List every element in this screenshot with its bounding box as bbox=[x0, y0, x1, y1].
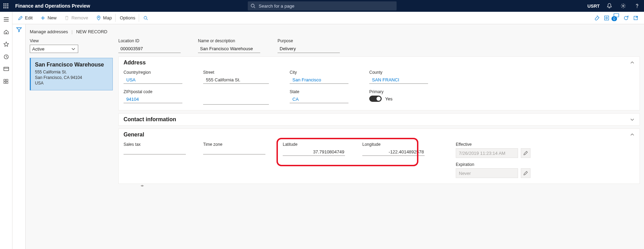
app-title: Finance and Operations Preview bbox=[12, 3, 90, 9]
settings-button[interactable] bbox=[616, 0, 630, 12]
section-address-header[interactable]: Address bbox=[119, 57, 640, 69]
address-card-selected[interactable]: San Francisco Warehouse 555 California S… bbox=[30, 58, 113, 90]
purpose-field[interactable]: Delivery bbox=[278, 45, 340, 53]
effective-field: 7/26/2019 11:23:14 AM bbox=[456, 148, 518, 158]
svg-rect-5 bbox=[7, 6, 8, 7]
edit-button[interactable]: Edit bbox=[15, 14, 36, 22]
star-icon bbox=[3, 42, 9, 47]
popout-icon[interactable] bbox=[633, 15, 638, 21]
svg-rect-6 bbox=[3, 7, 4, 8]
new-button[interactable]: New bbox=[37, 14, 60, 22]
section-general: General Sales tax bbox=[118, 128, 640, 184]
pencil-icon bbox=[523, 171, 528, 176]
trash-icon bbox=[64, 16, 69, 20]
chevron-down-icon bbox=[630, 117, 635, 122]
global-search[interactable] bbox=[248, 1, 397, 10]
nav-menu-button[interactable] bbox=[3, 17, 9, 22]
action-bar: Edit New Remove Map Options bbox=[12, 12, 644, 24]
breadcrumb-current: NEW RECORD bbox=[76, 29, 107, 34]
section-address: Address Country/region USA bbox=[118, 56, 640, 110]
pencil-icon bbox=[523, 151, 528, 155]
svg-point-9 bbox=[251, 4, 254, 7]
svg-point-12 bbox=[637, 7, 637, 8]
nav-home[interactable] bbox=[3, 29, 9, 35]
chevron-up-icon bbox=[630, 60, 635, 65]
help-button[interactable] bbox=[630, 0, 644, 12]
county-field[interactable]: SAN FRANCI bbox=[369, 76, 428, 84]
svg-rect-8 bbox=[7, 7, 8, 8]
name-field[interactable]: San Francisco Warehouse bbox=[198, 45, 260, 53]
nav-recent[interactable] bbox=[3, 54, 9, 60]
hamburger-icon bbox=[3, 17, 9, 22]
svg-rect-17 bbox=[4, 82, 6, 83]
svg-rect-15 bbox=[4, 79, 6, 81]
search-input[interactable] bbox=[258, 3, 394, 9]
svg-point-11 bbox=[623, 5, 624, 7]
breadcrumb-root[interactable]: Manage addresses bbox=[30, 29, 68, 34]
bell-icon bbox=[607, 3, 612, 9]
breadcrumb-separator: | bbox=[72, 29, 73, 34]
section-contact-header[interactable]: Contact information bbox=[119, 114, 640, 125]
search-icon bbox=[143, 16, 148, 20]
zip-field[interactable]: 94104 bbox=[124, 96, 182, 103]
salestax-field[interactable] bbox=[124, 148, 186, 154]
app-launcher[interactable] bbox=[0, 0, 12, 12]
breadcrumb: Manage addresses | NEW RECORD bbox=[30, 27, 640, 38]
country-field[interactable]: USA bbox=[124, 76, 182, 84]
state-field[interactable]: CA bbox=[290, 96, 348, 103]
purpose-label: Purpose bbox=[278, 38, 340, 43]
user-id[interactable]: USRT bbox=[585, 3, 602, 9]
section-contact: Contact information bbox=[118, 113, 640, 126]
svg-line-10 bbox=[254, 7, 255, 8]
latitude-field[interactable]: 37.7910804749 bbox=[283, 148, 345, 156]
timezone-field[interactable] bbox=[203, 148, 265, 154]
location-id-label: Location ID bbox=[118, 38, 181, 43]
office-icon[interactable] bbox=[604, 15, 609, 21]
notifications-button[interactable] bbox=[602, 0, 616, 12]
nav-favorites[interactable] bbox=[3, 42, 9, 47]
location-id-field[interactable]: 000003597 bbox=[118, 45, 181, 53]
message-count-badge: 0 bbox=[611, 16, 617, 21]
global-header: Finance and Operations Preview USRT bbox=[0, 0, 644, 12]
nav-modules[interactable] bbox=[3, 79, 9, 85]
filter-button[interactable] bbox=[16, 27, 22, 249]
clock-icon bbox=[3, 54, 9, 60]
longitude-field[interactable]: -122.4014892578 bbox=[362, 148, 425, 156]
view-dropdown[interactable]: Active bbox=[30, 45, 78, 53]
svg-rect-16 bbox=[6, 79, 8, 81]
view-label: View bbox=[30, 38, 113, 43]
street-line2-field[interactable] bbox=[203, 98, 269, 105]
svg-point-20 bbox=[144, 16, 147, 19]
nav-workspaces[interactable] bbox=[3, 66, 9, 72]
svg-rect-3 bbox=[3, 6, 4, 7]
city-field[interactable]: San Francisco bbox=[290, 76, 348, 84]
refresh-icon[interactable] bbox=[623, 15, 629, 21]
name-label: Name or description bbox=[198, 38, 260, 43]
gear-icon bbox=[620, 3, 626, 9]
svg-rect-18 bbox=[6, 82, 8, 83]
svg-rect-4 bbox=[6, 6, 7, 7]
plus-icon bbox=[40, 16, 45, 20]
section-general-header[interactable]: General bbox=[119, 129, 640, 141]
card-title: San Francisco Warehouse bbox=[35, 62, 108, 68]
pencil-icon bbox=[18, 16, 23, 20]
attach-icon[interactable] bbox=[594, 15, 600, 21]
expiration-edit-button[interactable] bbox=[521, 168, 530, 178]
street-field[interactable]: 555 California St. bbox=[203, 76, 269, 84]
search-icon bbox=[251, 3, 255, 8]
find-button[interactable] bbox=[140, 14, 152, 22]
left-nav-rail bbox=[0, 12, 12, 249]
modules-icon bbox=[3, 79, 9, 85]
help-icon bbox=[634, 3, 640, 9]
map-button[interactable]: Map bbox=[93, 14, 116, 22]
options-button[interactable]: Options bbox=[116, 14, 139, 22]
svg-rect-7 bbox=[6, 7, 7, 8]
svg-rect-0 bbox=[3, 3, 4, 5]
effective-edit-button[interactable] bbox=[521, 148, 530, 158]
svg-rect-1 bbox=[6, 3, 7, 5]
chevron-up-icon bbox=[630, 132, 635, 137]
filter-column bbox=[12, 24, 26, 249]
primary-toggle[interactable] bbox=[369, 96, 382, 102]
svg-rect-2 bbox=[7, 3, 8, 5]
splitter-handle[interactable]: ◂▸ bbox=[141, 180, 143, 190]
